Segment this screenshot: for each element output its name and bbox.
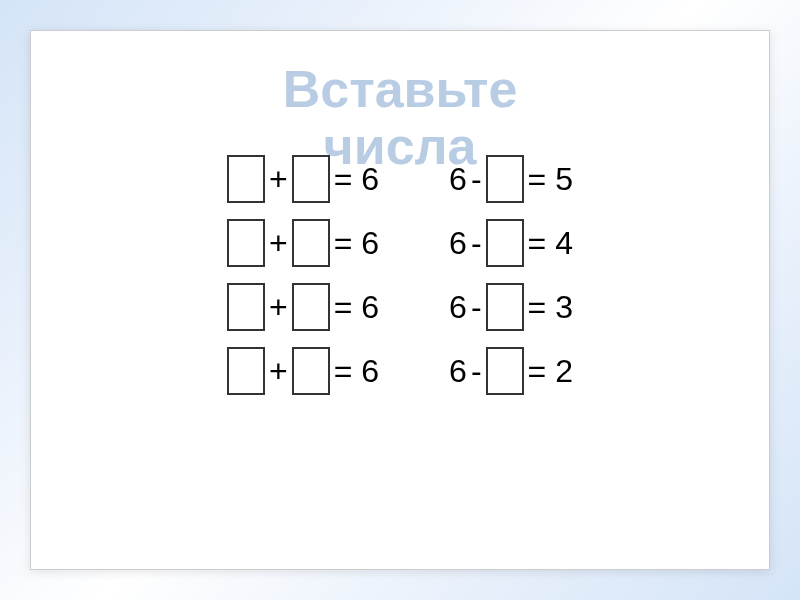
operator: + [269,161,288,198]
blank-box[interactable] [227,347,265,395]
blank-box[interactable] [227,219,265,267]
equation-result: = 2 [528,353,573,390]
equation-row: + = 6 [227,219,379,267]
blank-box[interactable] [486,283,524,331]
operator: - [471,225,482,262]
operator: + [269,353,288,390]
equation-result: = 3 [528,289,573,326]
equation-result: = 6 [334,225,379,262]
equation-row: 6 - = 3 [449,283,573,331]
equation-row: 6 - = 4 [449,219,573,267]
equation-row: + = 6 [227,155,379,203]
equation-result: = 5 [528,161,573,198]
equation-result: = 6 [334,161,379,198]
equations-content: + = 6 + = 6 + = 6 + = 6 [51,155,749,395]
equation-row: + = 6 [227,283,379,331]
blank-box[interactable] [227,283,265,331]
equation-row: 6 - = 5 [449,155,573,203]
equation-result: = 6 [334,353,379,390]
blank-box[interactable] [486,219,524,267]
blank-box[interactable] [486,347,524,395]
blank-box[interactable] [227,155,265,203]
equation-result: = 4 [528,225,573,262]
blank-box[interactable] [292,219,330,267]
equation-row: 6 - = 2 [449,347,573,395]
operator: - [471,353,482,390]
blank-box[interactable] [486,155,524,203]
blank-box[interactable] [292,283,330,331]
operator: + [269,225,288,262]
number: 6 [449,161,467,198]
number: 6 [449,225,467,262]
operator: - [471,161,482,198]
number: 6 [449,289,467,326]
blank-box[interactable] [292,155,330,203]
title-line-1: Вставьте [51,61,749,118]
right-column: 6 - = 5 6 - = 4 6 - = 3 6 - = 2 [449,155,573,395]
left-column: + = 6 + = 6 + = 6 + = 6 [227,155,379,395]
operator: - [471,289,482,326]
number: 6 [449,353,467,390]
equation-row: + = 6 [227,347,379,395]
equation-result: = 6 [334,289,379,326]
operator: + [269,289,288,326]
blank-box[interactable] [292,347,330,395]
slide-container: Вставьте числа + = 6 + = 6 + = 6 [30,30,770,570]
